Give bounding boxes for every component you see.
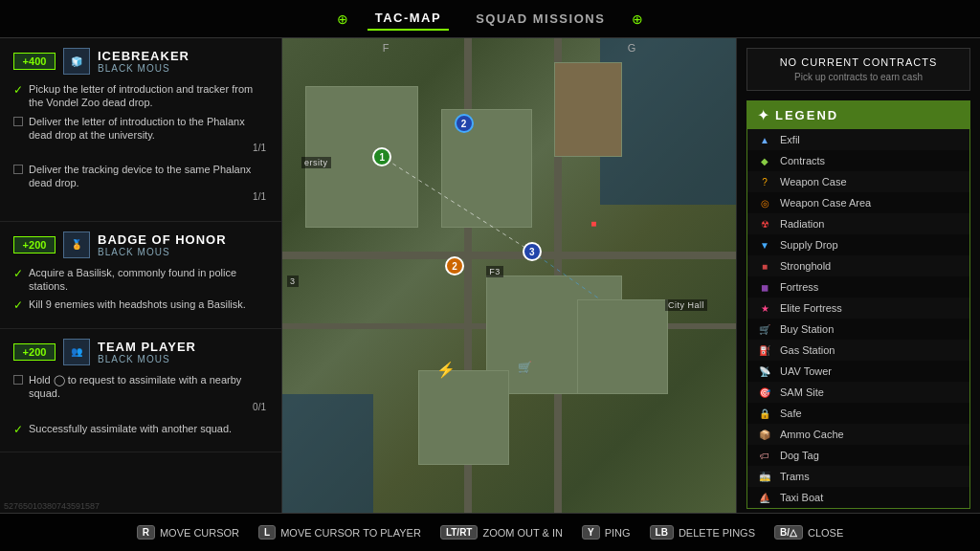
legend-item-uav-tower: 📡 UAV Tower — [747, 361, 969, 382]
map-label-university: ersity — [301, 157, 331, 168]
legend-icon-ammo-cache: 📦 — [757, 427, 772, 442]
legend-icon-gas-station: ⛽ — [757, 342, 772, 358]
map-water-bottom — [282, 394, 373, 513]
legend-icon-elite-fortress: ★ — [757, 300, 772, 316]
coord-3: 3 — [287, 276, 299, 287]
action-label-move-cursor: MOVE CURSOR — [160, 527, 239, 539]
map-road-h1 — [282, 252, 736, 259]
header-icon-left: ⊕ — [337, 11, 348, 27]
legend-icon-taxi-boat: ⛵ — [757, 490, 772, 505]
legend-icon-buy-station: 🛒 — [757, 321, 772, 337]
contracts-box: NO CURRENT CONTRACTS Pick up contracts t… — [746, 48, 970, 91]
action-label-ping: PING — [605, 527, 631, 539]
key-close: B/△ — [774, 525, 803, 540]
legend-item-safe: 🔒 Safe — [747, 403, 969, 424]
bottom-action-ping: Y PING — [582, 525, 631, 540]
legend-item-taxi-boat: ⛵ Taxi Boat — [747, 487, 969, 508]
legend-box: ✦ LEGEND ▲ Exfil ◆ Contracts ? Weapon Ca… — [746, 100, 970, 509]
mission-task-0-1: Deliver the letter of introduction to th… — [13, 115, 268, 159]
key-zoom: LT/RT — [440, 525, 479, 540]
legend-icon-radiation: ☢ — [757, 216, 772, 231]
contracts-subtitle: Pick up contracts to earn cash — [757, 72, 960, 82]
task-check-icon: ✓ — [13, 423, 23, 438]
coord-g: G — [628, 42, 636, 54]
legend-label-buy-station: Buy Station — [780, 323, 834, 335]
legend-items: ▲ Exfil ◆ Contracts ? Weapon Case ◎ Weap… — [747, 129, 969, 508]
task-text: Hold ◯ to request to assimilate with a n… — [29, 374, 241, 399]
legend-item-ammo-cache: 📦 Ammo Cache — [747, 424, 969, 445]
legend-title: LEGEND — [775, 108, 838, 122]
legend-icon-weapon-case: ? — [757, 174, 772, 189]
bottom-action-move-to-player: L MOVE CURSOR TO PLAYER — [258, 525, 421, 540]
legend-item-dog-tag: 🏷 Dog Tag — [747, 445, 969, 466]
legend-icon-dog-tag: 🏷 — [757, 448, 772, 463]
mission-task-2-1: ✓ Successfully assimilate with another s… — [13, 422, 268, 438]
bottom-action-delete-pings: LB DELETE PINGS — [650, 525, 755, 540]
task-check-icon: ✓ — [13, 267, 23, 282]
legend-item-exfil: ▲ Exfil — [747, 129, 969, 150]
legend-label-sam-site: SAM Site — [780, 386, 824, 398]
key-delete-pings: LB — [650, 525, 674, 540]
mission-name-badge: BADGE OF HONOR — [98, 232, 227, 247]
mission-xp-team: +200 — [13, 343, 56, 361]
legend-label-supply-drop: Supply Drop — [780, 239, 838, 251]
mission-faction-badge: BLACK MOUS — [98, 247, 227, 257]
legend-icon-supply-drop: ▼ — [757, 237, 772, 253]
legend-item-supply-drop: ▼ Supply Drop — [747, 234, 969, 255]
map-marker-squad: 3 — [523, 242, 542, 261]
legend-label-stronghold: Stronghold — [780, 260, 831, 272]
task-box-icon — [13, 375, 23, 385]
building-4 — [577, 299, 668, 394]
coord-f: F — [383, 42, 390, 54]
legend-label-fortress: Fortress — [780, 281, 818, 293]
task-progress: 0/1 — [29, 401, 268, 413]
legend-item-fortress: ◼ Fortress — [747, 276, 969, 298]
legend-label-ammo-cache: Ammo Cache — [780, 429, 844, 440]
task-progress: 1/1 — [29, 190, 268, 203]
mission-task-2-0: Hold ◯ to request to assimilate with a n… — [13, 373, 268, 417]
right-panel: NO CURRENT CONTRACTS Pick up contracts t… — [736, 38, 980, 513]
contracts-title: NO CURRENT CONTRACTS — [757, 56, 960, 68]
legend-label-exfil: Exfil — [780, 134, 800, 145]
map-buildings-layer — [282, 38, 736, 513]
map-marker-waypoint: 2 — [445, 256, 464, 276]
task-box-icon — [13, 165, 23, 174]
legend-item-gas-station: ⛽ Gas Station — [747, 340, 969, 361]
legend-label-safe: Safe — [780, 408, 802, 419]
legend-item-radiation: ☢ Radiation — [747, 213, 969, 234]
mission-name-team: TEAM PLAYER — [98, 340, 196, 354]
mission-faction-team: BLACK MOUS — [98, 354, 196, 364]
mission-faction-icebreaker: BLACK MOUS — [98, 63, 189, 74]
task-box-icon — [13, 117, 23, 126]
tactical-map[interactable]: F G 3 ersity City Hall F3 3 2 1 2 ⚡ 🛒 ■ — [282, 38, 736, 513]
legend-header: ✦ LEGEND — [747, 101, 969, 129]
map-label-f3: F3 — [486, 266, 503, 277]
legend-label-radiation: Radiation — [780, 218, 824, 230]
tab-squad-missions[interactable]: SQUAD MISSIONS — [468, 8, 612, 30]
legend-icon-fortress: ◼ — [757, 279, 772, 295]
mission-icon-badge: 🏅 — [63, 231, 90, 258]
legend-item-buy-station: 🛒 Buy Station — [747, 319, 969, 340]
mission-name-icebreaker: ICEBREAKER — [98, 49, 189, 63]
mission-xp-badge: +200 — [13, 236, 56, 253]
legend-label-contracts: Contracts — [780, 155, 825, 166]
mission-badge-of-honor: +200 🏅 BADGE OF HONOR BLACK MOUS ✓ Acqui… — [0, 222, 281, 329]
building-5 — [418, 370, 509, 465]
legend-icon: ✦ — [757, 106, 769, 124]
map-coords-top: F G — [282, 42, 736, 54]
legend-item-weapon-case-area: ◎ Weapon Case Area — [747, 192, 969, 213]
map-marker-objective-2: 2 — [455, 114, 474, 133]
legend-label-weapon-case: Weapon Case — [780, 176, 847, 187]
tab-tacmap[interactable]: TAC-MAP — [368, 7, 449, 31]
legend-label-elite-fortress: Elite Fortress — [780, 302, 842, 314]
legend-icon-contracts: ◆ — [757, 153, 772, 168]
map-icon-buy: 🛒 — [518, 361, 532, 374]
mission-icebreaker: +400 🧊 ICEBREAKER BLACK MOUS ✓ Pickup th… — [0, 38, 281, 222]
key-move-to-player: L — [258, 525, 276, 540]
action-label-close: CLOSE — [808, 527, 843, 539]
map-icon-stronghold: ■ — [590, 218, 596, 229]
header-icon-right: ⊕ — [632, 11, 643, 27]
legend-icon-exfil: ▲ — [757, 132, 772, 147]
mission-icon-team: 👥 — [63, 339, 90, 365]
legend-item-elite-fortress: ★ Elite Fortress — [747, 298, 969, 319]
